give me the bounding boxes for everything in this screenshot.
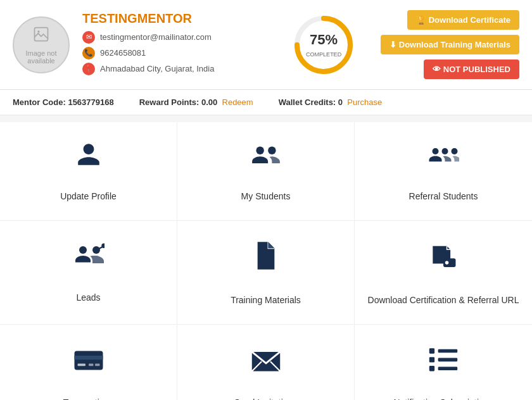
progress-text: 75% COMPLETED: [306, 32, 341, 58]
grid-item-leads[interactable]: Leads: [0, 221, 177, 324]
grid-item-training-materials[interactable]: Training Materials: [177, 221, 355, 324]
grid-item-my-students[interactable]: My Students: [177, 122, 355, 220]
wallet-value: 0: [338, 97, 343, 107]
svg-point-4: [256, 147, 264, 155]
update-profile-label: Update Profile: [60, 191, 117, 201]
location-text: Ahmadabad City, Gujarat, India: [100, 64, 214, 73]
profile-section: Image not available TESTINGMENTOR ✉ test…: [0, 0, 532, 90]
reward-points-stat: Reward Points: 0.00 Redeem: [139, 97, 253, 107]
mentor-code-value: 1563779168: [68, 97, 113, 107]
download-certification-label: Download Certification & Referral URL: [368, 295, 519, 305]
download-materials-button[interactable]: ⬇ Download Training Materials: [381, 35, 519, 54]
svg-point-6: [433, 148, 439, 154]
certificate-icon: [428, 240, 459, 286]
progress-label: COMPLETED: [306, 51, 341, 58]
svg-point-7: [442, 148, 448, 154]
phone-row: 📞 9624658081: [82, 47, 267, 59]
svg-rect-0: [35, 27, 48, 41]
svg-point-14: [445, 261, 449, 265]
grid-item-send-invitations[interactable]: Send Invitations: [177, 325, 355, 400]
phone-text: 9624658081: [100, 48, 146, 58]
email-icon: ✉: [82, 31, 95, 44]
svg-rect-24: [438, 358, 458, 362]
grid-item-update-profile[interactable]: Update Profile: [0, 122, 177, 220]
avatar-label: Image not available: [14, 49, 68, 65]
send-invitations-label: Send Invitations: [234, 397, 298, 400]
location-icon: 📍: [82, 63, 95, 75]
grid-row-3: Transactions Send Invitations: [0, 325, 532, 400]
mentor-code-stat: Mentor Code: 1563779168: [13, 97, 114, 107]
training-materials-label: Training Materials: [231, 295, 301, 305]
svg-rect-16: [74, 356, 103, 359]
grid-item-transactions[interactable]: Transactions: [0, 325, 177, 400]
svg-rect-17: [77, 364, 86, 366]
notification-subscriptions-label: Notification Subscriptions: [393, 397, 493, 400]
svg-point-1: [37, 30, 40, 33]
reward-points-value: 0.00: [201, 97, 217, 107]
svg-rect-25: [429, 366, 434, 371]
svg-rect-19: [95, 364, 100, 366]
wallet-stat: Wallet Credits: 0 Purchase: [279, 97, 383, 107]
list-icon: [428, 344, 459, 389]
avatar: Image not available: [13, 16, 70, 73]
grid-section: Update Profile My Students Referral Stud…: [0, 122, 532, 400]
grid-row-1: Update Profile My Students Referral Stud…: [0, 122, 532, 221]
grid-row-2: Leads Training Materials: [0, 221, 532, 325]
svg-point-9: [79, 246, 87, 254]
envelope-icon: [250, 344, 282, 389]
wallet-label: Wallet Credits:: [279, 97, 336, 107]
svg-rect-26: [438, 367, 458, 371]
svg-rect-23: [429, 357, 434, 362]
person-icon: [73, 141, 104, 182]
action-buttons: 🏆 Download Certificate ⬇ Download Traini…: [381, 10, 519, 79]
svg-rect-15: [74, 351, 103, 370]
phone-icon: 📞: [82, 47, 95, 59]
mentor-code-label: Mentor Code:: [13, 97, 66, 107]
leads-label: Leads: [76, 292, 100, 303]
grid-item-notification-subscriptions[interactable]: Notification Subscriptions: [355, 325, 532, 400]
profile-info: TESTINGMENTOR ✉ testingmentor@mailinator…: [82, 11, 267, 78]
redeem-link[interactable]: Redeem: [222, 97, 253, 107]
email-text: testingmentor@mailinator.com: [100, 32, 212, 42]
my-students-label: My Students: [241, 191, 291, 201]
file-icon: [250, 240, 282, 286]
email-row: ✉ testingmentor@mailinator.com: [82, 31, 267, 44]
circular-progress: 75% COMPLETED: [292, 13, 355, 77]
transactions-label: Transactions: [63, 397, 114, 400]
referral-students-label: Referral Students: [409, 191, 478, 201]
progress-container: 75% COMPLETED: [292, 13, 355, 77]
referral-group-icon: [428, 141, 459, 182]
reward-points-label: Reward Points:: [139, 97, 200, 107]
progress-percent: 75%: [306, 32, 341, 48]
grid-item-download-certification[interactable]: Download Certification & Referral URL: [355, 221, 532, 324]
download-certificate-button[interactable]: 🏆 Download Certificate: [407, 10, 519, 30]
grid-item-referral-students[interactable]: Referral Students: [355, 122, 532, 220]
svg-rect-21: [429, 348, 434, 353]
purchase-link[interactable]: Purchase: [347, 97, 382, 107]
svg-rect-18: [89, 364, 94, 366]
card-icon: [73, 344, 104, 389]
svg-point-5: [268, 147, 276, 155]
image-icon: [32, 25, 50, 47]
leads-icon: [73, 242, 104, 284]
svg-rect-22: [438, 349, 458, 353]
not-published-button[interactable]: 👁 NOT PUBLISHED: [424, 59, 519, 79]
svg-point-8: [452, 148, 458, 154]
profile-name: TESTINGMENTOR: [82, 11, 267, 26]
group-icon: [250, 141, 282, 182]
stats-bar: Mentor Code: 1563779168 Reward Points: 0…: [0, 90, 532, 116]
location-row: 📍 Ahmadabad City, Gujarat, India: [82, 63, 267, 75]
